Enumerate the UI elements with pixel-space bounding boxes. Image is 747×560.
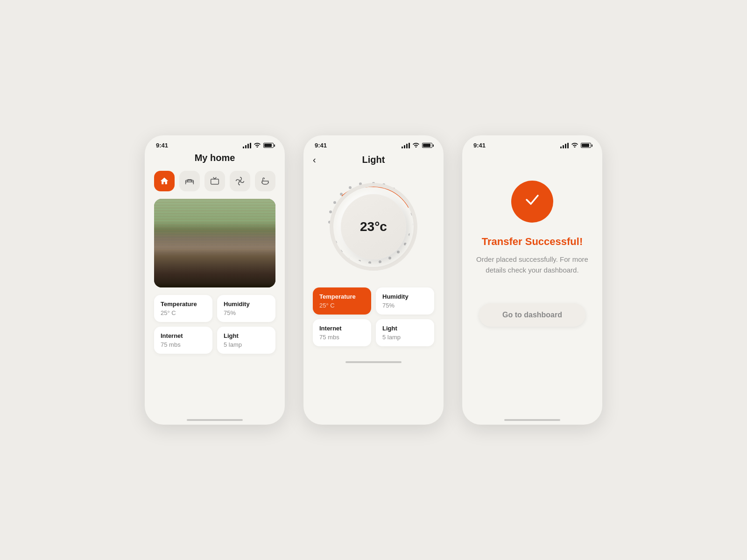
battery-icon-3 [581,143,591,148]
stat-temperature-label-1: Temperature [161,301,206,308]
success-circle [511,181,553,223]
phones-container: 9:41 My home [145,135,602,425]
page-title-1: My home [154,153,275,163]
stat-humidity-1[interactable]: Humidity 75% [217,295,275,322]
phone-1-content: My home [145,153,285,413]
stat-light-label-2: Light [382,325,428,332]
stat-temperature-value-1: 25° C [161,309,206,316]
wifi-icon-3 [571,142,578,149]
home-indicator-3 [504,419,560,421]
gauge-inner: 23°c [341,194,406,259]
stat-humidity-2[interactable]: Humidity 75% [376,287,434,315]
status-icons-1 [243,142,274,149]
stat-humidity-value-1: 75% [224,309,269,316]
nav-tab-home[interactable] [154,171,175,191]
gauge-container: 23°c [303,171,444,287]
stat-temperature-2[interactable]: Temperature 25° C [313,287,371,315]
svg-rect-0 [211,179,219,184]
time-1: 9:41 [156,142,168,149]
signal-icon-2 [402,143,410,148]
nav-tab-bed[interactable] [179,171,200,191]
phone-3-success: 9:41 [462,135,602,425]
time-3: 9:41 [473,142,486,149]
phone-2-stats: Temperature 25° C Humidity 75% Internet … [303,287,444,356]
stat-light-2[interactable]: Light 5 lamp [376,319,434,346]
stat-humidity-label-1: Humidity [224,301,269,308]
stat-temp-label-2: Temperature [319,293,365,300]
home-indicator-2 [345,361,402,363]
svg-point-21 [329,210,332,213]
svg-point-11 [397,251,400,253]
svg-point-12 [388,257,391,259]
back-button-2[interactable]: ‹ [313,154,327,165]
success-title: Transfer Successful! [482,236,583,248]
stat-temp-value-2: 25° C [319,302,365,309]
nav-tabs-1 [154,171,275,191]
nav-tab-tv[interactable] [204,171,225,191]
stat-light-value-2: 5 lamp [382,334,428,341]
dashboard-button[interactable]: Go to dashboard [479,303,585,327]
house-image [154,199,275,287]
status-bar-3: 9:41 [462,135,602,153]
svg-point-1 [239,180,240,182]
back-header-2: ‹ Light [303,153,444,171]
stat-internet-value-1: 75 mbs [161,341,206,348]
svg-point-22 [333,201,336,204]
svg-point-13 [379,260,381,263]
battery-icon-2 [422,143,432,148]
stat-light-1[interactable]: Light 5 lamp [217,327,275,354]
signal-icon-3 [560,143,569,148]
stats-grid-1: Temperature 25° C Humidity 75% Internet … [154,295,275,354]
gauge-wrapper[interactable]: 23°c [327,180,420,273]
success-content: Transfer Successful! Order placed succes… [462,153,602,413]
svg-point-23 [340,193,343,196]
stat-internet-value-2: 75 mbs [319,334,365,341]
status-bar-1: 9:41 [145,135,285,153]
home-indicator-1 [187,419,243,421]
gauge-temperature: 23°c [360,219,387,234]
status-icons-2 [402,142,432,149]
stat-humidity-value-2: 75% [382,302,428,309]
time-2: 9:41 [315,142,327,149]
stat-light-label-1: Light [224,332,269,339]
page-title-2: Light [362,154,385,165]
battery-icon-1 [263,143,274,148]
phone-2-light: 9:41 ‹ Light [303,135,444,425]
phone-1-my-home: 9:41 My home [145,135,285,425]
signal-icon-1 [243,143,251,148]
stat-internet-2[interactable]: Internet 75 mbs [313,319,371,346]
success-description: Order placed successfully. For more deta… [476,254,588,275]
svg-point-24 [349,186,352,189]
stat-humidity-label-2: Humidity [382,293,428,300]
wifi-icon-2 [412,142,420,149]
nav-tab-fan[interactable] [230,171,250,191]
stat-internet-label-2: Internet [319,325,365,332]
stats-grid-2: Temperature 25° C Humidity 75% Internet … [313,287,434,346]
stat-internet-1[interactable]: Internet 75 mbs [154,327,212,354]
stat-light-value-1: 5 lamp [224,341,269,348]
checkmark-icon [523,190,542,213]
status-icons-3 [560,142,591,149]
stat-temperature-1[interactable]: Temperature 25° C [154,295,212,322]
nav-tab-bath[interactable] [255,171,275,191]
wifi-icon-1 [254,142,261,149]
status-bar-2: 9:41 [303,135,444,153]
stat-internet-label-1: Internet [161,332,206,339]
